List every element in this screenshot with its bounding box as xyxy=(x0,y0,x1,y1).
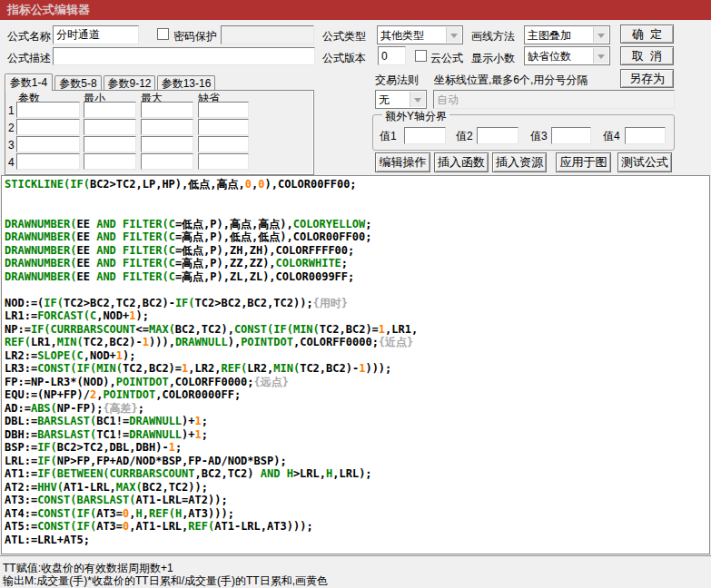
code-line: DRAWNUMBER(EE AND FILTER(C=低点,P),高点,高点),… xyxy=(5,218,709,231)
insert-function-button[interactable]: 插入函数 xyxy=(434,152,489,172)
param-name-input-2[interactable] xyxy=(16,119,80,135)
coord-line-input: 自动 xyxy=(433,90,675,109)
code-line: AT2:=HHV(AT1-LRL,MAX(BC2,TC2)); xyxy=(5,481,709,495)
tab-params-9-12[interactable]: 参数9-12 xyxy=(104,75,155,91)
param-default-input-4[interactable] xyxy=(198,153,249,170)
code-line xyxy=(5,204,709,218)
code-line: AT3:=CONST(BARSLAST(AT1-LRL=AT2)); xyxy=(5,494,709,507)
apply-to-chart-button[interactable]: 应用于图 xyxy=(556,152,611,172)
cancel-button[interactable]: 取 消 xyxy=(620,46,674,65)
code-line: STICKLINE(IF(BC2>TC2,LP,HP),低点,高点,0,0),C… xyxy=(5,178,709,191)
param-min-input-3[interactable] xyxy=(84,136,136,152)
formula-version-label: 公式版本 xyxy=(322,52,366,64)
param-row-number: 1 xyxy=(8,104,15,117)
param-row-number: 3 xyxy=(8,139,15,152)
param-min-input-1[interactable] xyxy=(84,102,136,118)
code-line: DBH:=BARSLAST(TC1!=DRAWNULL)+1; xyxy=(5,428,709,442)
status-bar: TT赋值:收盘价的有效数据周期数+1 输出M:成交量(手)*收盘价的TT日累和/… xyxy=(0,555,711,588)
status-line-1: TT赋值:收盘价的有效数据周期数+1 xyxy=(3,562,707,574)
formula-type-label: 公式类型 xyxy=(322,30,366,43)
code-line xyxy=(5,283,709,297)
code-line: NOD:=(IF(TC2>BC2,TC2,BC2)-IF(TC2>BC2,BC2… xyxy=(5,297,709,310)
extra-y-axis-title: 额外Y轴分界 xyxy=(382,109,449,124)
coord-line-hint: 坐标线位置,最多6个,用分号分隔 xyxy=(434,74,588,86)
formula-desc-input[interactable] xyxy=(53,47,315,65)
code-line: ATL:=LRL+AT5; xyxy=(5,534,709,547)
y-value3-input[interactable] xyxy=(551,127,591,144)
param-name-input-4[interactable] xyxy=(16,153,80,170)
y-value3-label: 值3 xyxy=(530,130,548,142)
password-protect-checkbox[interactable] xyxy=(157,28,169,40)
code-line: LR1:=FORCAST(C,NOD+1); xyxy=(5,309,709,323)
y-value4-label: 值4 xyxy=(603,130,620,142)
param-max-input-3[interactable] xyxy=(141,136,193,152)
cloud-formula-checkbox[interactable] xyxy=(415,50,427,62)
formula-desc-label: 公式描述 xyxy=(7,52,51,64)
code-line: DRAWNUMBER(EE AND FILTER(C=高点,P),ZL,ZL),… xyxy=(5,270,709,284)
draw-method-label: 画线方法 xyxy=(471,30,515,43)
tab-params-13-16[interactable]: 参数13-16 xyxy=(157,75,215,91)
code-line: DRAWNUMBER(EE AND FILTER(C=高点,P),ZZ,ZZ),… xyxy=(5,257,709,270)
ok-button[interactable]: 确 定 xyxy=(620,24,674,44)
coord-mode-select[interactable]: 无 xyxy=(375,90,427,109)
formula-name-label: 公式名称 xyxy=(7,30,51,43)
dropdown-arrow-icon[interactable] xyxy=(446,27,461,43)
param-max-input-4[interactable] xyxy=(141,153,193,170)
param-name-input-3[interactable] xyxy=(16,136,80,152)
param-name-input-1[interactable] xyxy=(16,102,80,118)
code-line: FP:=NP-LR3*(NOD),POINTDOT,COLORFF0000;{远… xyxy=(5,376,709,389)
param-min-input-4[interactable] xyxy=(84,153,136,170)
code-editor[interactable]: STICKLINE(IF(BC2>TC2,LP,HP),低点,高点,0,0),C… xyxy=(1,175,710,554)
formula-type-select[interactable]: 其他类型 xyxy=(377,25,463,44)
param-row-number: 4 xyxy=(8,156,15,169)
y-value4-input[interactable] xyxy=(625,127,666,144)
code-line: AT4:=CONST(IF(AT3=0,H,REF(H,AT3))); xyxy=(5,507,709,521)
param-max-input-2[interactable] xyxy=(141,119,193,135)
code-line: LR2:=SLOPE(C,NOD+1); xyxy=(5,349,709,363)
y-value2-label: 值2 xyxy=(456,130,473,142)
code-line: AD:=ABS(NP-FP);{高差}; xyxy=(5,402,709,416)
code-line: DBL:=BARSLAST(BC1!=DRAWNULL)+1; xyxy=(5,415,709,428)
formula-name-input[interactable] xyxy=(53,25,139,44)
code-line: DRAWNUMBER(EE AND FILTER(C=高点,P),低点,低点),… xyxy=(5,230,709,244)
cloud-formula-label: 云公式 xyxy=(430,52,463,64)
y-value1-label: 值1 xyxy=(380,130,397,142)
code-line xyxy=(5,191,709,205)
password-input xyxy=(221,25,314,44)
code-line: LRL:=IF(NP>FP,FP+AD/NOD*BSP,FP-AD/NOD*BS… xyxy=(5,455,709,468)
save-as-button[interactable]: 另存为 xyxy=(620,69,674,88)
edit-operation-button[interactable]: 编辑操作 xyxy=(375,152,430,172)
code-line: AT5:=CONST(IF(AT3=0,AT1-LRL,REF(AT1-LRL,… xyxy=(5,520,709,534)
code-line: LR3:=CONST(IF(MIN(TC2,BC2)=1,LR2,REF(LR2… xyxy=(5,362,709,376)
param-row-number: 2 xyxy=(8,122,15,134)
code-line: EQU:=(NP+FP)/2,POINTDOT,COLOR0000FF; xyxy=(5,388,709,402)
trade-rule-label: 交易法则 xyxy=(375,74,419,86)
decimal-label: 显示小数 xyxy=(471,52,515,64)
tab-params-5-8[interactable]: 参数5-8 xyxy=(54,75,102,91)
code-line: REF(LR1,MIN(TC2,BC2)-1))),DRAWNULL),POIN… xyxy=(5,336,709,349)
y-value1-input[interactable] xyxy=(404,127,446,144)
code-line: BSP:=IF(BC2>TC2,DBL,DBH)-1; xyxy=(5,441,709,455)
dropdown-arrow-icon[interactable] xyxy=(593,48,608,64)
code-line: DRAWNUMBER(EE AND FILTER(C=低点,P),ZH,ZH),… xyxy=(5,244,709,258)
dropdown-arrow-icon[interactable] xyxy=(410,92,425,107)
formula-version-input[interactable] xyxy=(378,46,406,65)
decimal-select[interactable]: 缺省位数 xyxy=(524,46,610,65)
password-protect-label: 密码保护 xyxy=(173,30,217,43)
tab-params-1-4[interactable]: 参数1-4 xyxy=(5,74,53,91)
code-line: NP:=IF(CURRBARSCOUNT<=MAX(BC2,TC2),CONST… xyxy=(5,323,709,337)
param-default-input-2[interactable] xyxy=(198,119,249,135)
draw-method-select[interactable]: 主图叠加 xyxy=(524,25,610,44)
param-max-input-1[interactable] xyxy=(141,102,193,118)
formula-editor-window: 指标公式编辑器 公式名称 密码保护 公式类型 其他类型 画线方法 主图叠加 确 … xyxy=(0,0,711,588)
param-default-input-3[interactable] xyxy=(198,136,249,152)
test-formula-button[interactable]: 测试公式 xyxy=(617,152,672,172)
window-title: 指标公式编辑器 xyxy=(0,0,711,20)
code-line: AT1:=IF(BETWEEN(CURRBARSCOUNT,BC2,TC2) A… xyxy=(5,467,709,481)
param-default-input-1[interactable] xyxy=(198,102,249,118)
param-min-input-2[interactable] xyxy=(84,119,136,135)
status-line-2: 输出M:成交量(手)*收盘价的TT日累和/成交量(手)的TT日累和,画黄色 xyxy=(3,574,707,587)
y-value2-input[interactable] xyxy=(477,127,518,144)
dropdown-arrow-icon[interactable] xyxy=(593,27,608,43)
insert-resource-button[interactable]: 插入资源 xyxy=(492,152,547,172)
